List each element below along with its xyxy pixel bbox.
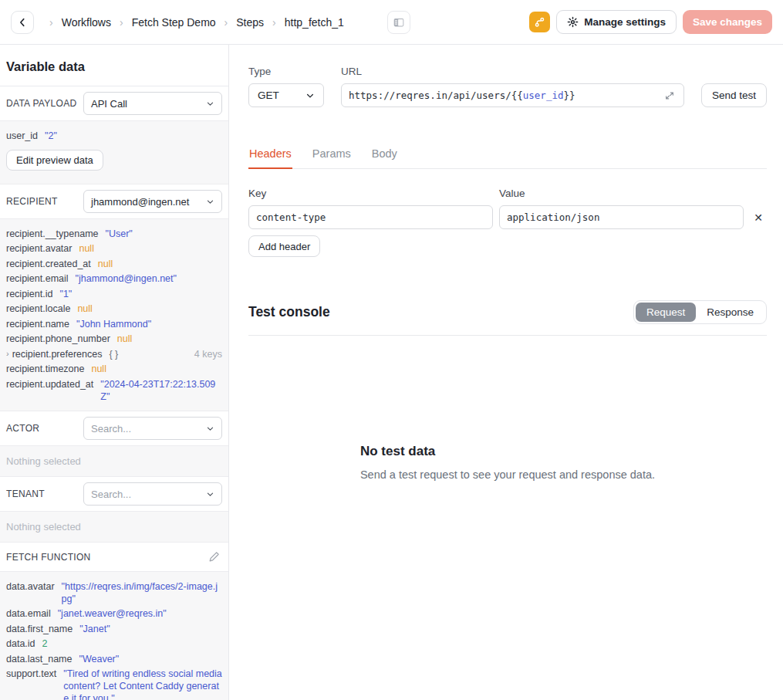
tab[interactable]: Params [312, 147, 352, 169]
console-divider [248, 335, 767, 336]
kv-value: "2" [45, 130, 222, 142]
request-response-toggle: Request Response [633, 300, 767, 324]
kv-value: "User" [106, 228, 222, 240]
manage-settings-button[interactable]: Manage settings [556, 10, 677, 34]
toggle-segment[interactable]: Response [696, 303, 764, 322]
kv-row: recipient.id "1" [6, 288, 222, 300]
commit-changes-badge[interactable] [529, 12, 550, 32]
recipient-header: RECIPIENT jhammond@ingen.net [0, 184, 228, 218]
breadcrumb-item[interactable]: http_fetch_1 [285, 16, 344, 29]
kv-value: "2024-04-23T17:22:13.509Z" [100, 378, 222, 403]
recipient-kv-list: recipient.__typename "User" recipient.av… [6, 228, 222, 403]
breadcrumb-item[interactable]: Steps [236, 16, 264, 29]
header-key-input[interactable] [248, 205, 493, 229]
breadcrumb-item[interactable]: Fetch Step Demo [132, 16, 216, 29]
breadcrumb-separator: › [49, 16, 53, 29]
data-payload-header: DATA PAYLOAD API Call [0, 86, 228, 120]
http-method-select[interactable]: GET [248, 83, 324, 107]
edit-fetch-function-button[interactable] [206, 549, 222, 565]
kv-key: recipient.email [6, 272, 69, 285]
kv-key: recipient.locale [6, 303, 70, 315]
tenant-label: TENANT [6, 489, 45, 499]
breadcrumb-separator: › [120, 16, 123, 29]
header-value-input[interactable] [499, 205, 744, 229]
kv-row: data.last_name "Weaver" [6, 653, 222, 665]
kv-value: "Tired of writing endless social media c… [63, 668, 222, 700]
kv-key: user_id [6, 130, 38, 142]
breadcrumb-separator: › [272, 16, 276, 29]
kv-row: data.email "janet.weaver@reqres.in" [6, 607, 222, 620]
data-payload-select[interactable]: API Call [83, 92, 222, 115]
chevron-down-icon [206, 424, 214, 433]
panel-layout-icon [392, 15, 406, 29]
remove-header-button[interactable]: ✕ [750, 212, 767, 223]
kv-key: recipient.avatar [6, 242, 72, 255]
kv-key: recipient.timezone [6, 363, 84, 375]
kv-row: recipient.updated_at "2024-04-23T17:22:1… [6, 378, 222, 403]
kv-key: recipient.updated_at [6, 378, 93, 391]
kv-key: recipient.__typename [6, 228, 99, 240]
kv-value: null [98, 258, 222, 270]
topbar-actions: Manage settings Save changes [529, 10, 772, 34]
actor-header: ACTOR Search... [0, 411, 228, 445]
kv-row: data.id 2 [6, 637, 222, 650]
kv-value: "John Hammond" [76, 318, 222, 330]
kv-value: { } [109, 348, 188, 360]
manage-settings-label: Manage settings [584, 16, 666, 28]
headers-column-labels: Key Value [248, 188, 767, 199]
pencil-icon [208, 550, 221, 563]
tenant-search-select[interactable]: Search... [83, 482, 222, 506]
actor-search-placeholder: Search... [91, 423, 131, 435]
send-test-button[interactable]: Send test [701, 83, 767, 107]
expand-chevron-icon[interactable]: › [6, 348, 9, 360]
url-field: URL https://reqres.in/api/users/{{user_i… [341, 66, 684, 107]
kv-row: recipient.locale null [6, 303, 222, 315]
kv-row: recipient.timezone null [6, 363, 222, 375]
kv-key: recipient.preferences [12, 348, 103, 360]
url-input[interactable]: https://reqres.in/api/users/{{user_id}} [341, 83, 684, 107]
close-icon: ✕ [754, 211, 763, 224]
http-method-value: GET [258, 90, 279, 101]
save-changes-button: Save changes [683, 10, 772, 34]
expand-url-editor-button[interactable] [663, 89, 677, 103]
request-row: Type GET URL https://reqres.in/api/users… [248, 66, 767, 107]
fetch-function-kv-list: data.avatar "https://reqres.in/img/faces… [6, 580, 222, 700]
kv-value: null [77, 303, 222, 315]
kv-row: recipient.created_at null [6, 258, 222, 270]
kv-row: user_id "2" [6, 130, 222, 142]
breadcrumb-item[interactable]: Workflows [62, 16, 111, 29]
url-value: https://reqres.in/api/users/{{user_id}} [349, 90, 663, 101]
chevron-down-icon [206, 490, 214, 499]
edit-preview-data-button[interactable]: Edit preview data [6, 150, 103, 171]
actor-search-select[interactable]: Search... [83, 417, 222, 440]
type-label: Type [248, 66, 324, 77]
kv-value: null [117, 333, 222, 345]
kv-row: support.text "Tired of writing endless s… [6, 668, 222, 700]
kv-value: "Weaver" [79, 653, 222, 665]
kv-row: recipient.avatar null [6, 242, 222, 255]
back-button[interactable] [11, 11, 34, 34]
recipient-selected-value: jhammond@ingen.net [91, 196, 189, 208]
add-header-button[interactable]: Add header [248, 235, 320, 257]
tab[interactable]: Body [371, 147, 398, 169]
kv-row: recipient.email "jhammond@ingen.net" [6, 272, 222, 285]
actor-empty-state: Nothing selected [0, 445, 228, 477]
data-payload-selected-value: API Call [91, 98, 127, 110]
kv-row: › recipient.preferences { } 4 keys [6, 348, 222, 360]
no-test-data-empty-state: No test data Send a test request to see … [248, 444, 767, 481]
kv-row: recipient.name "John Hammond" [6, 318, 222, 330]
kv-value: "Janet" [79, 623, 222, 635]
kv-row: recipient.phone_number null [6, 333, 222, 345]
kv-key: data.id [6, 637, 35, 650]
recipient-select[interactable]: jhammond@ingen.net [83, 190, 222, 213]
sidebar-toggle-button[interactable] [387, 11, 410, 34]
kv-key: data.last_name [6, 653, 72, 665]
tenant-search-placeholder: Search... [91, 489, 131, 500]
test-console-header: Test console Request Response [248, 300, 767, 324]
kv-key: recipient.phone_number [6, 333, 110, 345]
tab[interactable]: Headers [248, 147, 292, 169]
toggle-segment[interactable]: Request [636, 303, 696, 322]
test-console-title: Test console [248, 304, 330, 320]
chevron-left-icon [17, 17, 28, 28]
key-column-label: Key [248, 188, 493, 199]
